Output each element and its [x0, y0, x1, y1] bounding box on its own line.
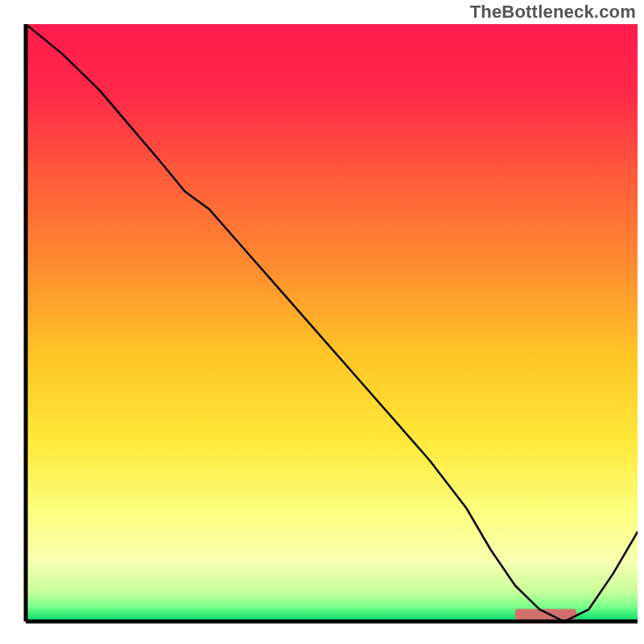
- plot-background: [26, 24, 638, 621]
- chart-container: TheBottleneck.com: [0, 0, 644, 644]
- bottleneck-chart: [0, 0, 644, 644]
- optimal-range-marker: [515, 609, 576, 620]
